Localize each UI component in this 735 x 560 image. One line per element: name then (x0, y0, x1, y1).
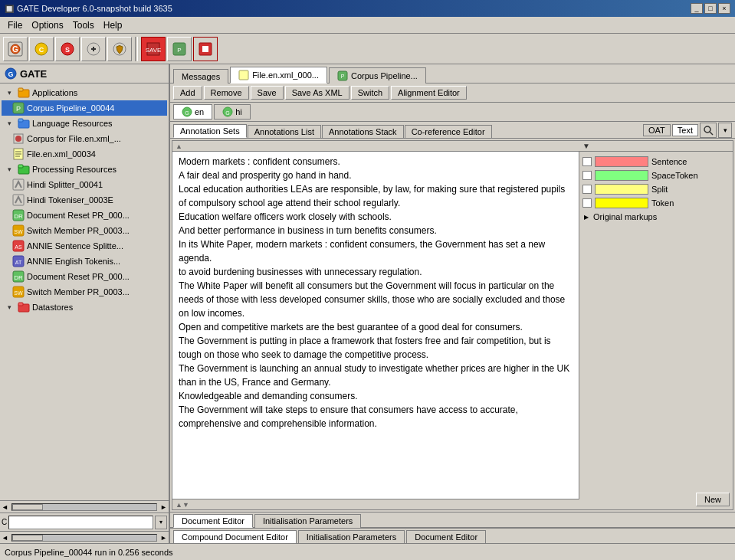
doc-para-7: to avoid burdening businesses with unnec… (179, 265, 573, 279)
tree-item-datastores[interactable]: ▾ Datastores (2, 300, 167, 315)
tree-expand-processing-resources[interactable]: ▾ (3, 163, 15, 175)
switch-button[interactable]: Switch (351, 86, 389, 100)
lang-tab-hi[interactable]: G hi (214, 104, 251, 120)
annotation-check-sentence[interactable] (582, 157, 592, 166)
toolbar-separator (135, 37, 138, 61)
bottom-tab-initialisation-parameters[interactable]: Initialisation Parameters (254, 514, 361, 528)
tree-item-processing-resources[interactable]: ▾ Processing Resources (2, 162, 167, 177)
lang-tab-en[interactable]: G en (173, 104, 212, 120)
tree-label-hindi-splitter: Hindi Splitter_00041 (27, 180, 103, 189)
vscroll-left-btn[interactable]: ◄ (0, 534, 10, 542)
datastores-folder-icon (18, 301, 30, 313)
load-state-btn[interactable]: P (167, 37, 192, 61)
inner-tab-annotations-list[interactable]: Annotations List (248, 125, 321, 138)
new-annotation-button[interactable]: New (696, 493, 730, 506)
svg-text:DR: DR (14, 213, 23, 220)
inner-tab-annotations-stack-label: Annotations Stack (329, 127, 397, 136)
bottom-tab-document-editor[interactable]: Document Editor (173, 514, 253, 528)
pipeline-tab-icon: P (337, 70, 348, 81)
stop-btn[interactable] (193, 37, 218, 61)
tree-item-corpus-pipeline[interactable]: P Corpus Pipeline_00044 (2, 100, 167, 116)
text-button[interactable]: Text (672, 124, 698, 136)
bottom-tab-initialisation-parameters-2[interactable]: Initialisation Parameters (298, 530, 405, 543)
tree-item-annie-english[interactable]: AT ANNIE English Tokenis... (2, 254, 167, 269)
tab-file-label: File.en.xml_000... (252, 70, 319, 80)
applications-folder-icon (18, 87, 30, 99)
document-text[interactable]: Modern markets : confident consumers. A … (172, 152, 579, 499)
tab-corpus-pipeline[interactable]: P Corpus Pipeline... (329, 67, 426, 84)
tree-item-document-reset-1[interactable]: DR Document Reset PR_000... (2, 208, 167, 223)
save-as-xml-button[interactable]: Save As XML (285, 86, 349, 100)
sidebar-vscroll-bottom[interactable]: ◄ ► (0, 531, 169, 543)
remove-button[interactable]: Remove (204, 86, 249, 100)
content-area: Messages File.en.xml_000... P Corpus Pip… (170, 64, 735, 543)
tab-messages[interactable]: Messages (173, 69, 228, 84)
tree-item-hindi-splitter[interactable]: Hindi Splitter_00041 (2, 177, 167, 192)
bottom-tab-compound-document-editor[interactable]: Compound Document Editor (173, 530, 297, 543)
tree-item-switch-member-1[interactable]: SW Switch Member PR_0003... (2, 223, 167, 238)
doc-para-13: The Government will take steps to ensure… (179, 403, 573, 431)
tree-item-hindi-tokeniser[interactable]: Hindi Tokeniser_0003E (2, 192, 167, 208)
tree-expand-language-resources[interactable]: ▾ (3, 117, 15, 129)
tree-item-applications[interactable]: ▾ Applications (2, 85, 167, 100)
corpus-btn[interactable]: C (29, 37, 54, 61)
tab-file-en-xml[interactable]: File.en.xml_000... (230, 67, 327, 84)
save-state-btn[interactable]: SAVE (141, 37, 166, 61)
annotation-color-spacetoken (595, 170, 648, 181)
tree-item-switch-member-2[interactable]: SW Switch Member PR_0003... (2, 284, 167, 300)
svg-rect-14 (202, 46, 208, 52)
annotation-check-token[interactable] (582, 198, 592, 208)
hscroll-track[interactable] (11, 503, 157, 511)
close-btn[interactable]: × (718, 3, 730, 14)
store-btn[interactable]: S (55, 37, 80, 61)
save-button[interactable]: Save (251, 86, 284, 100)
svg-point-24 (15, 136, 21, 142)
annotation-label-spacetoken: SpaceToken (651, 171, 698, 180)
vscroll-thumb[interactable] (12, 535, 43, 541)
inner-tab-co-reference-editor[interactable]: Co-reference Editor (405, 125, 492, 138)
tree-item-document-reset-2[interactable]: DR Document Reset PR_000... (2, 269, 167, 284)
add-button[interactable]: Add (173, 86, 202, 100)
annotation-check-spacetoken[interactable] (582, 171, 592, 180)
maximize-btn[interactable]: □ (704, 3, 717, 14)
annotation-check-split[interactable] (582, 185, 592, 194)
vscroll-right-btn[interactable]: ► (159, 534, 169, 542)
menu-help[interactable]: Help (99, 18, 127, 32)
vscroll-track[interactable] (11, 534, 157, 542)
alignment-editor-button[interactable]: Alignment Editor (391, 86, 467, 100)
new-application-btn[interactable]: G (3, 37, 28, 61)
oat-button[interactable]: OAT (643, 124, 671, 136)
annotations-collapse-btn[interactable]: ▼ (582, 142, 590, 150)
titlebar-controls: _ □ × (691, 3, 730, 14)
svg-text:SW: SW (14, 290, 23, 296)
menu-options[interactable]: Options (27, 18, 67, 32)
expand-btn[interactable]: ▾ (718, 123, 732, 138)
sidebar-search-input[interactable] (8, 516, 153, 529)
plugin-btn[interactable] (107, 37, 132, 61)
settings-btn[interactable] (81, 37, 106, 61)
svg-rect-22 (18, 119, 23, 122)
search-icon-btn[interactable] (700, 123, 717, 138)
doc-para-5: And better performance in business in tu… (179, 224, 573, 237)
annotation-expand-original-markups[interactable]: ▶ (582, 211, 590, 222)
doc-para-4: Education welfare officers work closely … (179, 210, 573, 224)
menu-file[interactable]: File (3, 18, 27, 32)
tree-item-corpus-file[interactable]: Corpus for File.en.xml_... (2, 131, 167, 146)
tree-expand-datastores[interactable]: ▾ (3, 301, 15, 313)
sidebar-hscroll[interactable]: ◄ ► (0, 500, 169, 513)
tree-expand-applications[interactable]: ▾ (3, 87, 15, 99)
search-icon (703, 125, 714, 136)
hscroll-right-btn[interactable]: ► (159, 503, 169, 511)
inner-tab-annotation-sets[interactable]: Annotation Sets (173, 124, 247, 138)
bottom-tab-document-editor-2[interactable]: Document Editor (406, 530, 486, 543)
menu-tools[interactable]: Tools (68, 18, 99, 32)
minimize-btn[interactable]: _ (691, 3, 703, 14)
sidebar-header: G GATE (0, 64, 169, 84)
inner-tab-annotations-stack[interactable]: Annotations Stack (322, 125, 404, 138)
tree-item-annie-sentence[interactable]: AS ANNIE Sentence Splitte... (2, 238, 167, 254)
hscroll-left-btn[interactable]: ◄ (0, 503, 10, 511)
hscroll-thumb[interactable] (12, 504, 43, 510)
tree-item-language-resources[interactable]: ▾ Language Resources (2, 116, 167, 131)
tree-item-file-en-xml[interactable]: File.en.xml_00034 (2, 146, 167, 162)
sidebar-dropdown-btn[interactable]: ▾ (155, 516, 167, 529)
